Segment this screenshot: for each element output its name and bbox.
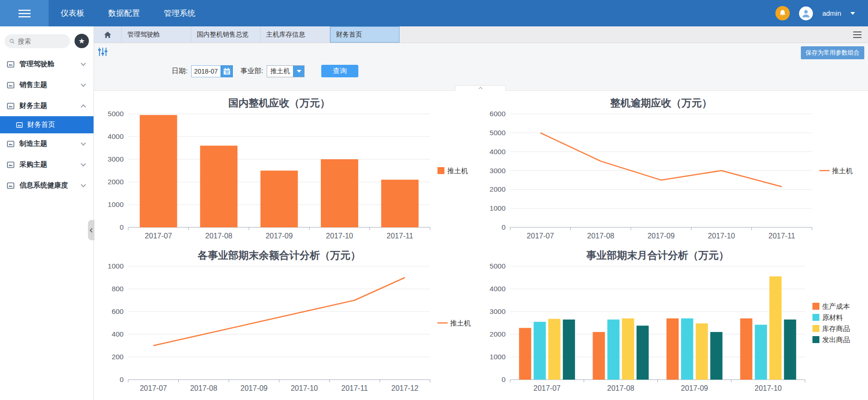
sidebar-item-manufacturing[interactable]: 制造主题 xyxy=(0,133,94,154)
dashboard-icon xyxy=(6,60,15,69)
svg-text:0: 0 xyxy=(119,375,124,383)
svg-text:推土机: 推土机 xyxy=(450,319,471,327)
svg-text:2017-10: 2017-10 xyxy=(291,384,318,392)
sidebar-item-label: 信息系统健康度 xyxy=(19,181,77,190)
svg-text:3000: 3000 xyxy=(490,307,506,315)
chart-overdue-receivables: 整机逾期应收（万元）01000200030004000500060002017-… xyxy=(476,91,858,243)
page-icon xyxy=(16,121,23,129)
bell-icon xyxy=(779,9,787,17)
sidebar-item-label: 管理驾驶舱 xyxy=(19,60,77,69)
filter-form: 日期: 事业部: 推土机 查询 xyxy=(172,65,358,77)
main-nav: 仪表板 数据配置 管理系统 xyxy=(61,8,195,19)
chevron-down-icon xyxy=(81,140,86,145)
svg-text:5000: 5000 xyxy=(490,262,506,270)
dropdown-arrow-icon xyxy=(297,70,301,73)
svg-text:2017-08: 2017-08 xyxy=(587,232,614,240)
dashboard-icon xyxy=(6,81,15,89)
nav-tab-dashboard[interactable]: 仪表板 xyxy=(61,8,84,19)
department-select[interactable]: 推土机 xyxy=(267,65,305,77)
svg-text:1000: 1000 xyxy=(490,204,506,212)
svg-text:3000: 3000 xyxy=(108,155,124,163)
svg-text:2017-10: 2017-10 xyxy=(755,384,782,392)
svg-text:2017-07: 2017-07 xyxy=(140,384,167,392)
nav-tab-management-system[interactable]: 管理系统 xyxy=(164,8,195,19)
svg-text:库存商品: 库存商品 xyxy=(822,325,850,332)
sidebar-collapse-handle[interactable] xyxy=(88,220,94,240)
svg-text:4000: 4000 xyxy=(490,285,506,293)
chart-canvas: 国内整机应收（万元）0100020003000400050002017-0720… xyxy=(94,91,476,243)
query-button[interactable]: 查询 xyxy=(321,65,358,77)
svg-text:6000: 6000 xyxy=(490,110,506,118)
username[interactable]: admin xyxy=(822,9,841,17)
svg-text:国内整机应收（万元）: 国内整机应收（万元） xyxy=(228,97,330,109)
svg-text:2017-10: 2017-10 xyxy=(326,232,353,240)
svg-text:推土机: 推土机 xyxy=(832,167,853,175)
notification-bell-button[interactable] xyxy=(775,6,790,20)
sidebar-menu: 管理驾驶舱 销售主题 财务主题 财务首页 制造主题 采购主题 xyxy=(0,54,94,196)
page-tabbar: 管理驾驶舱 国内整机销售总览 主机库存信息 财务首页 xyxy=(94,26,868,43)
svg-text:400: 400 xyxy=(112,330,124,338)
home-icon xyxy=(104,31,112,38)
tab-host-inventory[interactable]: 主机库存信息 xyxy=(261,26,330,43)
menu-toggle-button[interactable] xyxy=(0,0,49,26)
save-params-button[interactable]: 保存为常用参数组合 xyxy=(801,46,864,59)
tab-list-button[interactable] xyxy=(853,26,868,43)
svg-text:1000: 1000 xyxy=(108,200,124,208)
filter-sliders-icon[interactable] xyxy=(98,47,108,58)
sidebar-item-finance[interactable]: 财务主题 xyxy=(0,95,94,116)
svg-text:整机逾期应收（万元）: 整机逾期应收（万元） xyxy=(610,97,712,109)
svg-text:各事业部期末余额合计分析（万元）: 各事业部期末余额合计分析（万元） xyxy=(197,250,361,261)
svg-text:2017-09: 2017-09 xyxy=(648,232,675,240)
sidebar-subitem-finance-home[interactable]: 财务首页 xyxy=(0,116,94,133)
svg-text:推土机: 推土机 xyxy=(447,167,468,175)
user-avatar[interactable] xyxy=(799,6,813,20)
sidebar-item-label: 销售主题 xyxy=(19,81,77,89)
svg-text:2017-12: 2017-12 xyxy=(391,384,418,392)
sidebar-item-sales[interactable]: 销售主题 xyxy=(0,75,94,95)
filter-panel: 保存为常用参数组合 日期: 事业部: 推土机 xyxy=(94,43,868,91)
tab-management-cockpit[interactable]: 管理驾驶舱 xyxy=(122,26,191,43)
svg-text:2017-11: 2017-11 xyxy=(387,232,413,240)
select-dropdown-button[interactable] xyxy=(293,66,304,77)
dashboard-icon xyxy=(6,140,15,148)
calendar-button[interactable] xyxy=(221,65,233,77)
filter-collapse-tab[interactable] xyxy=(455,85,506,91)
sidebar-subitem-label: 财务首页 xyxy=(27,120,55,129)
dashboard-icon xyxy=(6,181,15,190)
svg-text:发出商品: 发出商品 xyxy=(822,336,850,344)
svg-text:生产成本: 生产成本 xyxy=(822,302,850,310)
tab-finance-home[interactable]: 财务首页 xyxy=(330,26,400,43)
user-icon xyxy=(801,8,811,19)
svg-text:2017-07: 2017-07 xyxy=(533,384,561,392)
svg-text:事业部期末月合计分析（万元）: 事业部期末月合计分析（万元） xyxy=(587,250,729,261)
svg-text:800: 800 xyxy=(112,285,124,293)
charts-grid: 国内整机应收（万元）0100020003000400050002017-0720… xyxy=(94,91,868,395)
sidebar-item-system-health[interactable]: 信息系统健康度 xyxy=(0,175,94,196)
sidebar-item-procurement[interactable]: 采购主题 xyxy=(0,154,94,175)
svg-text:2017-07: 2017-07 xyxy=(527,232,554,240)
svg-text:5000: 5000 xyxy=(490,129,506,137)
user-menu-caret-icon[interactable] xyxy=(850,12,855,15)
svg-text:2017-08: 2017-08 xyxy=(607,384,635,392)
search-input[interactable] xyxy=(18,38,65,45)
date-label: 日期: xyxy=(172,67,187,75)
svg-text:原材料: 原材料 xyxy=(822,313,843,321)
chevron-up-icon xyxy=(81,104,86,109)
sidebar-item-management-cockpit[interactable]: 管理驾驶舱 xyxy=(0,54,94,75)
sidebar: ★ 管理驾驶舱 销售主题 财务主题 财务首页 制造主题 采购主题 xyxy=(0,26,94,400)
svg-text:2017-09: 2017-09 xyxy=(266,232,293,240)
nav-tab-data-config[interactable]: 数据配置 xyxy=(108,8,140,19)
chart-division-ending-balance: 各事业部期末余额合计分析（万元）020040060080010002017-07… xyxy=(94,243,476,395)
svg-text:4000: 4000 xyxy=(108,132,124,140)
home-tab[interactable] xyxy=(94,26,122,43)
sidebar-item-label: 财务主题 xyxy=(19,101,77,110)
department-select-value: 推土机 xyxy=(267,66,293,77)
svg-text:2017-09: 2017-09 xyxy=(240,384,268,392)
favorites-button[interactable]: ★ xyxy=(75,34,89,48)
chart-division-month-total: 事业部期末月合计分析（万元）0100020003000400050002017-… xyxy=(476,243,858,395)
tab-domestic-sales-overview[interactable]: 国内整机销售总览 xyxy=(191,26,261,43)
chevron-down-icon xyxy=(81,61,86,66)
chevron-down-icon xyxy=(81,81,86,87)
date-input[interactable] xyxy=(191,65,221,77)
chevron-down-icon xyxy=(81,182,86,187)
